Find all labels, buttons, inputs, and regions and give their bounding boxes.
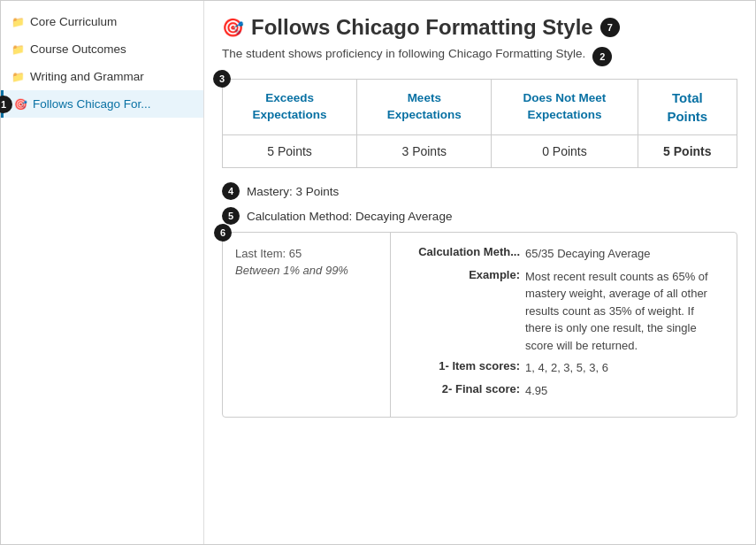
calc-detail-box: 6 Last Item: 65 Between 1% and 99% Calcu… bbox=[222, 232, 737, 418]
title-row: 🎯 Follows Chicago Formatting Style 7 bbox=[222, 15, 737, 40]
sidebar-item-course-outcomes[interactable]: 📁 Course Outcomes bbox=[1, 35, 203, 63]
rubric-table-section: 3 ExceedsExpectations MeetsExpectations … bbox=[222, 79, 737, 168]
calc-final-score-row: 2- Final score: 4.95 bbox=[405, 382, 722, 400]
calc-final-score-label: 2- Final score: bbox=[405, 382, 520, 400]
last-item-text: Last Item: 65 bbox=[235, 247, 378, 260]
step-badge-5: 5 bbox=[222, 207, 240, 225]
calc-method-detail-value: 65/35 Decaying Average bbox=[525, 245, 650, 263]
step-badge-1: 1 bbox=[0, 96, 12, 113]
calc-item-scores-row: 1- Item scores: 1, 4, 2, 3, 5, 3, 6 bbox=[405, 359, 722, 377]
sidebar-item-label: Core Curriculum bbox=[30, 15, 117, 28]
description-row: The student shows proficiency in followi… bbox=[222, 47, 737, 66]
step-badge-3: 3 bbox=[213, 70, 231, 88]
sidebar-item-writing-grammar[interactable]: 📁 Writing and Grammar bbox=[1, 63, 203, 90]
calc-method-detail-row: Calculation Meth... 65/35 Decaying Avera… bbox=[405, 245, 722, 263]
cell-does-not-meet-points: 0 Points bbox=[492, 135, 638, 168]
sidebar-item-follows-chicago[interactable]: 1 🎯 Follows Chicago For... bbox=[1, 90, 203, 118]
step-badge-7: 7 bbox=[600, 18, 620, 37]
step-badge-6: 6 bbox=[214, 224, 232, 242]
calc-left-panel: Last Item: 65 Between 1% and 99% bbox=[223, 233, 391, 417]
col-header-exceeds: ExceedsExpectations bbox=[223, 80, 357, 135]
sidebar: 📁 Core Curriculum 📁 Course Outcomes 📁 Wr… bbox=[1, 1, 204, 544]
col-header-total: TotalPoints bbox=[638, 80, 737, 135]
calc-example-value: Most recent result counts as 65% of mast… bbox=[525, 268, 722, 355]
step-badge-2: 2 bbox=[592, 47, 612, 66]
sidebar-item-core-curriculum[interactable]: 📁 Core Curriculum bbox=[1, 8, 203, 35]
step-badge-4: 4 bbox=[222, 182, 240, 200]
folder-icon: 📁 bbox=[11, 71, 25, 83]
calc-method-label: Calculation Method: Decaying Average bbox=[247, 210, 452, 223]
folder-icon: 📁 bbox=[11, 43, 25, 56]
sidebar-item-label: Follows Chicago For... bbox=[33, 97, 151, 111]
calc-method-detail-label: Calculation Meth... bbox=[405, 245, 520, 263]
calc-item-scores-label: 1- Item scores: bbox=[405, 359, 520, 377]
calc-method-row: 5 Calculation Method: Decaying Average bbox=[222, 207, 737, 225]
mastery-label: Mastery: 3 Points bbox=[247, 185, 339, 198]
calc-final-score-value: 4.95 bbox=[525, 382, 547, 400]
sidebar-item-label: Course Outcomes bbox=[30, 42, 126, 56]
col-header-meets: MeetsExpectations bbox=[357, 80, 492, 135]
description-text: The student shows proficiency in followi… bbox=[222, 47, 585, 60]
calc-example-row: Example: Most recent result counts as 65… bbox=[405, 268, 722, 355]
cell-meets-points: 3 Points bbox=[357, 135, 492, 168]
between-text: Between 1% and 99% bbox=[235, 264, 378, 277]
target-icon: 🎯 bbox=[14, 98, 27, 111]
calc-item-scores-value: 1, 4, 2, 3, 5, 3, 6 bbox=[525, 359, 608, 377]
main-content: 🎯 Follows Chicago Formatting Style 7 The… bbox=[204, 1, 755, 544]
table-row: 5 Points 3 Points 0 Points 5 Points bbox=[223, 135, 737, 168]
sidebar-item-label: Writing and Grammar bbox=[30, 70, 144, 83]
title-target-icon: 🎯 bbox=[222, 17, 244, 38]
page-title: Follows Chicago Formatting Style bbox=[251, 15, 593, 40]
folder-icon: 📁 bbox=[11, 16, 25, 28]
rubric-table: ExceedsExpectations MeetsExpectations Do… bbox=[222, 79, 737, 168]
calc-example-label: Example: bbox=[405, 268, 520, 355]
cell-exceeds-points: 5 Points bbox=[223, 135, 357, 168]
col-header-does-not-meet: Does Not MeetExpectations bbox=[492, 80, 638, 135]
mastery-row: 4 Mastery: 3 Points bbox=[222, 182, 737, 200]
calc-right-panel: Calculation Meth... 65/35 Decaying Avera… bbox=[391, 233, 737, 417]
cell-total-points: 5 Points bbox=[638, 135, 737, 168]
